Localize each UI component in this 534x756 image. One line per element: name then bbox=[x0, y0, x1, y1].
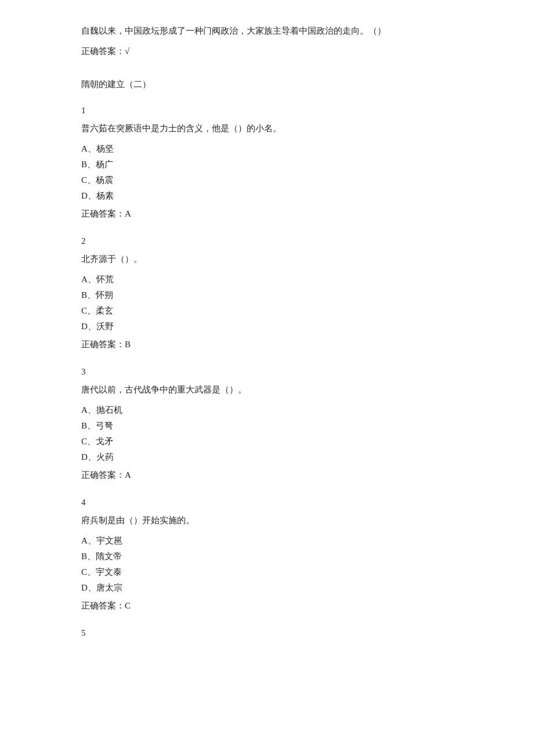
answer-3: 正确答案：A bbox=[81, 467, 453, 483]
answer-value-1: A bbox=[125, 209, 131, 218]
options-4: A、宇文邕B、隋文帝C、宇文泰D、唐太宗 bbox=[81, 533, 453, 596]
options-3: A、抛石机B、弓弩C、戈矛D、火药 bbox=[81, 402, 453, 465]
answer-value-2: B bbox=[125, 340, 131, 349]
intro-answer-value: √ bbox=[125, 46, 129, 56]
option-2-2: C、柔玄 bbox=[81, 303, 453, 319]
question-5: 5 bbox=[81, 625, 453, 641]
answer-2: 正确答案：B bbox=[81, 337, 453, 352]
answer-value-4: C bbox=[125, 601, 131, 610]
question-number-4: 4 bbox=[81, 495, 453, 510]
question-number-3: 3 bbox=[81, 364, 453, 380]
answer-label-3: 正确答案： bbox=[81, 470, 125, 480]
answer-1: 正确答案：A bbox=[81, 206, 453, 222]
question-3: 3唐代以前，古代战争中的重大武器是（）。A、抛石机B、弓弩C、戈矛D、火药正确答… bbox=[81, 364, 453, 483]
option-2-3: D、沃野 bbox=[81, 319, 453, 334]
option-1-3: D、杨素 bbox=[81, 188, 453, 204]
option-4-2: C、宇文泰 bbox=[81, 564, 453, 580]
question-number-1: 1 bbox=[81, 103, 453, 118]
options-1: A、杨坚B、杨广C、杨震D、杨素 bbox=[81, 141, 453, 204]
intro-answer: 正确答案：√ bbox=[81, 44, 453, 59]
option-4-1: B、隋文帝 bbox=[81, 549, 453, 564]
intro-section: 自魏以来，中国政坛形成了一种门阀政治，大家族主导着中国政治的走向。（） bbox=[81, 23, 453, 39]
option-1-0: A、杨坚 bbox=[81, 141, 453, 157]
option-3-0: A、抛石机 bbox=[81, 402, 453, 418]
chapter-title-text: 隋朝的建立（二） bbox=[81, 77, 453, 92]
option-1-2: C、杨震 bbox=[81, 172, 453, 188]
intro-answer-label: 正确答案： bbox=[81, 46, 125, 56]
questions-container: 1普六茹在突厥语中是力士的含义，他是（）的小名。A、杨坚B、杨广C、杨震D、杨素… bbox=[81, 103, 453, 641]
option-4-3: D、唐太宗 bbox=[81, 580, 453, 596]
option-2-0: A、怀荒 bbox=[81, 272, 453, 287]
answer-label-2: 正确答案： bbox=[81, 340, 125, 349]
answer-label-1: 正确答案： bbox=[81, 209, 125, 218]
option-3-3: D、火药 bbox=[81, 449, 453, 465]
question-1: 1普六茹在突厥语中是力士的含义，他是（）的小名。A、杨坚B、杨广C、杨震D、杨素… bbox=[81, 103, 453, 222]
question-2: 2北齐源于（）。A、怀荒B、怀朔C、柔玄D、沃野正确答案：B bbox=[81, 233, 453, 352]
option-2-1: B、怀朔 bbox=[81, 287, 453, 303]
question-text-3: 唐代以前，古代战争中的重大武器是（）。 bbox=[81, 382, 453, 398]
answer-label-4: 正确答案： bbox=[81, 601, 125, 610]
question-text-2: 北齐源于（）。 bbox=[81, 251, 453, 267]
question-number-2: 2 bbox=[81, 233, 453, 249]
intro-text: 自魏以来，中国政坛形成了一种门阀政治，大家族主导着中国政治的走向。（） bbox=[81, 23, 453, 39]
question-4: 4府兵制是由（）开始实施的。A、宇文邕B、隋文帝C、宇文泰D、唐太宗正确答案：C bbox=[81, 495, 453, 614]
option-3-2: C、戈矛 bbox=[81, 434, 453, 449]
answer-value-3: A bbox=[125, 470, 131, 480]
answer-4: 正确答案：C bbox=[81, 598, 453, 614]
option-1-1: B、杨广 bbox=[81, 157, 453, 172]
options-2: A、怀荒B、怀朔C、柔玄D、沃野 bbox=[81, 272, 453, 334]
question-text-1: 普六茹在突厥语中是力士的含义，他是（）的小名。 bbox=[81, 121, 453, 136]
option-4-0: A、宇文邕 bbox=[81, 533, 453, 549]
option-3-1: B、弓弩 bbox=[81, 418, 453, 434]
chapter-title: 隋朝的建立（二） bbox=[81, 77, 453, 92]
question-text-4: 府兵制是由（）开始实施的。 bbox=[81, 513, 453, 528]
question-number-5: 5 bbox=[81, 625, 453, 641]
